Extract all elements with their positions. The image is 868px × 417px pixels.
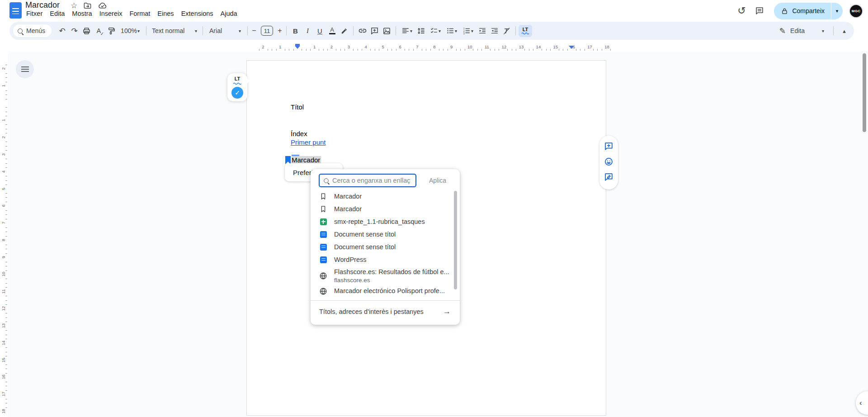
suggestion-item[interactable]: Document sense títol — [311, 228, 460, 241]
menu-eines[interactable]: Eines — [154, 9, 177, 18]
ruler-number: 1 — [313, 44, 316, 49]
link-search-box[interactable] — [319, 174, 416, 187]
side-panel-toggle[interactable]: ‹ — [856, 391, 868, 415]
toolbar: Menús ↶ ↷ A✓ 100%▾ Text normal▾ Arial▾ −… — [9, 22, 854, 40]
show-outline-button[interactable] — [16, 60, 34, 78]
suggestion-item[interactable]: Marcador — [311, 203, 460, 215]
doc-index-heading[interactable]: Índex — [291, 130, 307, 137]
checklist-button[interactable]: ▾ — [427, 24, 443, 37]
doc-bookmark-text[interactable]: Marcador — [292, 156, 321, 164]
spellcheck-button[interactable]: A✓ — [93, 24, 105, 37]
menu-format[interactable]: Format — [126, 9, 154, 18]
share-dropdown-arrow[interactable]: ▾ — [831, 3, 843, 19]
ruler-number: 7 — [416, 44, 418, 49]
font-size-increase-button[interactable]: + — [276, 24, 283, 37]
chevron-left-icon: ‹ — [859, 398, 862, 408]
bold-button[interactable]: B — [289, 24, 302, 37]
bookmark-icon — [319, 192, 327, 200]
line-spacing-button[interactable] — [415, 24, 427, 37]
suggestion-item[interactable]: Marcador electrónico Polisport profe... — [311, 286, 460, 299]
doc-title-text[interactable]: Títol — [291, 103, 304, 111]
left-indent-marker[interactable] — [295, 44, 300, 49]
undo-button[interactable]: ↶ — [56, 24, 68, 37]
menu-ajuda[interactable]: Ajuda — [217, 9, 241, 18]
docs-logo-icon[interactable] — [9, 2, 22, 19]
clear-formatting-button[interactable] — [500, 24, 513, 37]
menu-insereix[interactable]: Insereix — [96, 9, 126, 18]
decrease-indent-button[interactable] — [476, 24, 488, 37]
suggestion-url: flashscore.es — [334, 277, 449, 284]
app-header: Marcador ☆ FitxerEditaMostraInsereixForm… — [0, 0, 868, 22]
ruler-number: 17 — [587, 44, 592, 49]
increase-indent-button[interactable] — [488, 24, 500, 37]
apply-button[interactable]: Aplica — [429, 177, 446, 184]
ruler-number: 1 — [1, 84, 6, 88]
font-family-select[interactable]: Arial▾ — [206, 24, 245, 37]
ruler-number: 2 — [1, 135, 6, 139]
web-icon — [319, 272, 327, 280]
font-size-decrease-button[interactable]: − — [250, 24, 258, 37]
insert-link-dialog: Aplica MarcadorMarcadorsmx-repte_1.1-rub… — [311, 169, 460, 325]
ruler-horizontal[interactable]: 21123456789101112131415161718 — [8, 43, 868, 52]
text-color-button[interactable]: A — [326, 24, 338, 37]
paragraph-style-select[interactable]: Text normal▾ — [149, 24, 200, 37]
document-canvas: Títol Índex Primer punt Marcador LT ✓ Pr… — [0, 52, 868, 417]
headings-bookmarks-row[interactable]: Títols, adreces d'interès i pestanyes → — [311, 300, 460, 322]
insert-link-button[interactable] — [356, 24, 368, 37]
ruler-number: 13 — [519, 44, 524, 49]
hide-menus-button[interactable]: ▴ — [838, 24, 850, 37]
numbered-list-button[interactable]: 123▾ — [460, 24, 476, 37]
share-main[interactable]: Comparteix — [774, 3, 831, 19]
ruler-vertical[interactable]: 21123456789101112131415161718 — [0, 52, 8, 417]
menu-mostra[interactable]: Mostra — [68, 9, 95, 18]
menu-bar: FitxerEditaMostraInsereixFormatEinesExte… — [23, 9, 241, 18]
ruler-number: 18 — [604, 44, 609, 49]
languagetool-button[interactable]: LT — [519, 25, 532, 37]
redo-button[interactable]: ↷ — [68, 24, 80, 37]
highlight-color-button[interactable] — [338, 24, 350, 37]
print-button[interactable] — [80, 24, 93, 37]
zoom-select[interactable]: 100%▾ — [117, 24, 143, 37]
ruler-number: 3 — [348, 44, 350, 49]
underline-button[interactable]: U — [314, 24, 326, 37]
font-size-input[interactable]: 11 — [261, 26, 273, 36]
dialog-scrollbar[interactable] — [454, 191, 457, 289]
suggestion-label: Marcador electrónico Polisport profe... — [334, 287, 445, 294]
ruler-number: 14 — [1, 341, 6, 345]
share-button[interactable]: Comparteix ▾ — [774, 3, 843, 19]
italic-button[interactable]: I — [302, 24, 314, 37]
document-title[interactable]: Marcador — [25, 0, 60, 10]
ruler-number: 8 — [1, 238, 6, 242]
paint-format-button[interactable] — [105, 24, 117, 37]
suggestion-item[interactable]: Flashscore.es: Resultados de fútbol e...… — [311, 266, 460, 286]
suggestion-item[interactable]: smx-repte_1.1-rubrica_tasques — [311, 215, 460, 228]
align-button[interactable]: ▾ — [399, 24, 415, 37]
link-search-input[interactable] — [332, 177, 414, 184]
user-avatar[interactable]: MGC — [849, 4, 863, 18]
ruler-number: 2 — [262, 44, 264, 49]
doc-internal-link[interactable]: Primer punt — [291, 138, 326, 146]
open-comments-icon[interactable] — [750, 2, 769, 20]
suggestion-item[interactable]: WordPress — [311, 253, 460, 266]
ruler-number: 6 — [1, 204, 6, 208]
menu-extensions[interactable]: Extensions — [178, 9, 217, 18]
editing-mode-button[interactable]: ✎ Edita ▾ — [775, 24, 829, 38]
search-menus-button[interactable]: Menús — [13, 24, 52, 37]
suggestion-item[interactable]: Document sense títol — [311, 241, 460, 253]
suggest-edits-icon[interactable] — [604, 172, 613, 184]
add-comment-icon[interactable] — [604, 142, 613, 153]
add-comment-button[interactable] — [368, 24, 381, 37]
version-history-icon[interactable]: ↺ — [732, 2, 750, 20]
suggestion-item[interactable]: Marcador — [311, 190, 460, 203]
ruler-number: 11 — [1, 289, 6, 294]
menu-edita[interactable]: Edita — [46, 9, 68, 18]
lt-check-icon[interactable]: ✓ — [231, 87, 243, 99]
menu-fitxer[interactable]: Fitxer — [23, 9, 46, 18]
insert-image-button[interactable] — [381, 24, 393, 37]
languagetool-widget[interactable]: LT ✓ — [227, 73, 247, 101]
star-icon[interactable]: ☆ — [71, 2, 77, 9]
right-indent-marker[interactable] — [569, 46, 574, 49]
emoji-reaction-icon[interactable] — [604, 157, 613, 168]
bulleted-list-button[interactable]: ▾ — [443, 24, 460, 37]
vertical-scrollbar[interactable] — [863, 53, 866, 132]
